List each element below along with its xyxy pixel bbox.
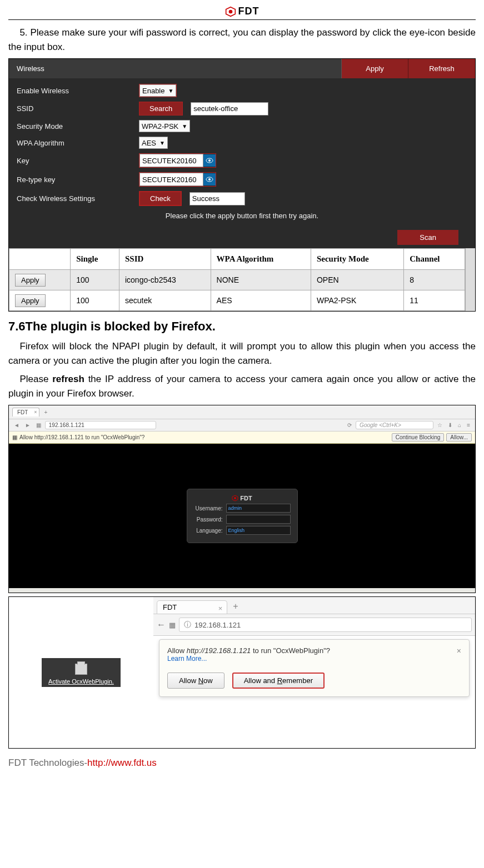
close-icon[interactable]: × — [457, 646, 461, 655]
forward-icon[interactable]: ► — [23, 422, 32, 428]
check-status: Success — [189, 192, 245, 205]
col-wpa: WPA Algorithm — [211, 249, 311, 270]
plugin-icon[interactable]: ▦ — [34, 422, 43, 428]
key-input[interactable]: SECUTEK20160 — [139, 154, 203, 167]
table-row: Apply 100 secutek AES WPA2-PSK 11 — [9, 290, 465, 311]
security-mode-select[interactable]: WPA2-PSK ▼ — [139, 120, 190, 132]
logo-mark-icon — [225, 6, 236, 17]
reload-icon[interactable]: ⟳ — [346, 422, 353, 428]
address-bar[interactable]: ⓘ 192.168.1.121 — [179, 618, 472, 632]
hint-text: Please click the apply button first then… — [9, 208, 475, 228]
eye-icon[interactable] — [203, 173, 216, 185]
close-icon[interactable]: × — [34, 409, 37, 415]
plugin-icon: ▦ — [12, 434, 17, 440]
continue-blocking-button[interactable]: Continue Blocking — [392, 433, 445, 441]
new-tab-button[interactable]: + — [227, 599, 243, 614]
page-header: FDT — [8, 6, 476, 20]
browser-tab[interactable]: FDT × — [12, 408, 39, 417]
logo-mark-icon — [232, 495, 238, 501]
firefox-plugin-prompt-screenshot: FDT × + ◄ ► ▦ 192.168.1.121 ⟳ Google <Ct… — [8, 405, 476, 593]
language-select[interactable]: English — [226, 526, 291, 535]
panel-title: Wireless — [9, 59, 342, 78]
row-apply-button[interactable]: Apply — [15, 274, 46, 287]
close-icon[interactable]: × — [218, 604, 223, 613]
apply-button[interactable]: Apply — [342, 59, 408, 78]
brand-text: FDT — [238, 6, 260, 17]
username-input[interactable]: admin — [226, 504, 291, 513]
row-apply-button[interactable]: Apply — [15, 294, 46, 307]
search-button[interactable]: Search — [139, 102, 183, 116]
plugin-permission-bar: ▦ Allow http://192.168.1.121 to run "Ocx… — [9, 432, 475, 444]
allow-now-button[interactable]: Allow Now — [167, 673, 224, 689]
page-footer: FDT Technologies-http://www.fdt.us — [8, 757, 476, 769]
permission-message: Allow http://192.168.1.121 to run "OcxWe… — [19, 434, 144, 440]
scrollbar[interactable] — [465, 248, 475, 311]
key-label: Key — [17, 157, 139, 165]
brand-logo: FDT — [225, 6, 260, 17]
intro-paragraph: 5. Please make sure your wifi password i… — [8, 26, 476, 54]
refresh-button[interactable]: Refresh — [408, 59, 475, 78]
search-box[interactable]: Google <Ctrl+K> — [356, 421, 433, 429]
allow-and-remember-button[interactable]: Allow and Remember — [232, 673, 325, 689]
section-heading: 7.6The plugin is blocked by Firefox. — [8, 319, 476, 334]
retype-key-label: Re-type key — [17, 175, 139, 184]
wpa-algorithm-select[interactable]: AES ▼ — [139, 137, 168, 149]
enable-wireless-select[interactable]: Enable ▼ — [139, 84, 176, 97]
new-tab-button[interactable]: + — [42, 409, 49, 415]
svg-point-1 — [228, 9, 232, 13]
paragraph-2: Please refresh the IP address of your ca… — [8, 372, 476, 400]
allow-button[interactable]: Allow... — [446, 433, 472, 441]
plugin-allow-popup: Allow http://192.168.1.121 to run "OcxWe… — [159, 639, 470, 697]
svg-point-7 — [234, 497, 236, 499]
col-single: Single — [71, 249, 119, 270]
security-mode-label: Security Mode — [17, 122, 139, 131]
wireless-settings-screenshot: Wireless Apply Refresh Enable Wireless E… — [8, 58, 476, 312]
activate-plugin-tile[interactable]: Activate OcxWebPlugin. — [42, 658, 121, 687]
plugin-icon[interactable]: ▦ — [169, 621, 176, 629]
col-security: Security Mode — [311, 249, 403, 270]
paragraph-1: Firefox will block the NPAPI plugin by d… — [8, 339, 476, 368]
home-icon[interactable]: ⌂ — [456, 422, 463, 428]
chevron-down-icon: ▼ — [182, 123, 187, 129]
retype-key-input[interactable]: SECUTEK20160 — [139, 173, 203, 186]
download-icon[interactable]: ⬇ — [446, 422, 454, 428]
table-row: Apply 100 icongo-cb2543 NONE OPEN 8 — [9, 270, 465, 290]
chevron-down-icon: ▼ — [168, 88, 173, 94]
camera-login-box: FDT Username:admin Password: Language:En… — [187, 489, 298, 543]
wifi-scan-table: Single SSID WPA Algorithm Security Mode … — [9, 248, 465, 311]
check-button[interactable]: Check — [139, 192, 181, 205]
password-input[interactable] — [226, 515, 291, 524]
plugin-lego-icon — [75, 664, 87, 675]
back-icon[interactable]: ◄ — [12, 422, 21, 428]
back-icon[interactable]: ← — [157, 620, 166, 630]
svg-point-3 — [208, 159, 211, 162]
scan-button[interactable]: Scan — [397, 230, 458, 245]
info-icon: ⓘ — [184, 620, 191, 630]
enable-wireless-label: Enable Wireless — [17, 87, 139, 95]
chevron-down-icon: ▼ — [159, 140, 165, 146]
col-ssid: SSID — [119, 249, 211, 270]
ssid-input[interactable]: secutek-office — [191, 102, 268, 116]
check-settings-label: Check Wireless Settings — [17, 194, 139, 203]
popup-message: Allow http://192.168.1.121 to run "OcxWe… — [167, 646, 330, 655]
menu-icon[interactable]: ≡ — [465, 422, 472, 428]
ssid-label: SSID — [17, 104, 139, 113]
address-bar[interactable]: 192.168.1.121 — [45, 421, 156, 429]
col-channel: Channel — [404, 249, 465, 270]
col-apply — [9, 249, 71, 270]
wpa-algorithm-label: WPA Algorithm — [17, 139, 139, 147]
browser-tab[interactable]: FDT × — [157, 600, 227, 614]
eye-icon[interactable] — [203, 154, 216, 167]
learn-more-link[interactable]: Learn More... — [167, 655, 330, 663]
activate-plugin-screenshot: Activate OcxWebPlugin. FDT × + ← ▦ ⓘ 192… — [8, 596, 476, 749]
bookmark-icon[interactable]: ☆ — [436, 422, 444, 428]
footer-link[interactable]: http://www.fdt.us — [87, 757, 157, 768]
svg-point-5 — [208, 178, 211, 180]
